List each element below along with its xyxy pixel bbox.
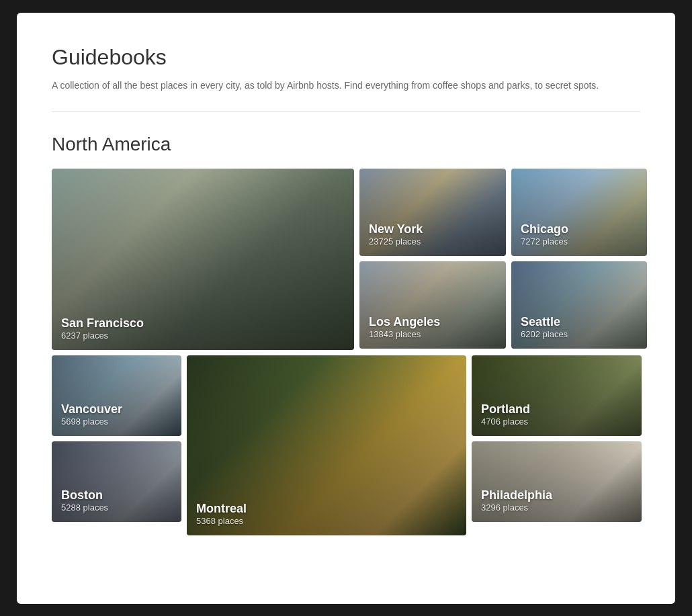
city-card-seattle[interactable]: Seattle 6202 places [511,261,647,349]
right-col-1: New York 23725 places Chicago 7272 place… [359,169,647,350]
city-name-vancouver: Vancouver [61,402,122,416]
city-card-portland[interactable]: Portland 4706 places [472,355,642,436]
city-places-montreal: 5368 places [196,516,247,526]
city-text-seattle: Seattle 6202 places [521,315,568,339]
section-divider [52,112,640,112]
city-card-boston[interactable]: Boston 5288 places [52,441,181,522]
city-name-san-francisco: San Francisco [61,316,144,331]
left-small-col: Vancouver 5698 places Boston 5288 places [52,355,181,535]
right-small-col: Portland 4706 places Philadelphia 3296 p… [472,355,642,535]
page-container: Guidebooks A collection of all the best … [17,13,675,604]
city-text-portland: Portland 4706 places [481,402,530,427]
city-text-new-york: New York 23725 places [369,222,423,247]
city-places-portland: 4706 places [481,416,530,427]
city-name-chicago: Chicago [521,222,568,236]
city-name-seattle: Seattle [521,315,568,329]
city-card-montreal[interactable]: Montreal 5368 places [187,355,466,535]
city-name-portland: Portland [481,402,530,416]
page-description: A collection of all the best places in e… [52,78,640,93]
grid-row-2: Vancouver 5698 places Boston 5288 places [52,355,640,535]
city-name-new-york: New York [369,222,423,236]
city-text-philadelphia: Philadelphia 3296 places [481,488,552,513]
city-card-philadelphia[interactable]: Philadelphia 3296 places [472,441,642,522]
city-name-los-angeles: Los Angeles [369,315,440,329]
city-text-vancouver: Vancouver 5698 places [61,402,122,427]
city-name-montreal: Montreal [196,502,247,516]
city-card-los-angeles[interactable]: Los Angeles 13843 places [359,261,506,349]
bottom-right-row: Los Angeles 13843 places Seattle 6202 pl… [359,261,647,349]
city-card-new-york[interactable]: New York 23725 places [359,169,506,256]
city-card-san-francisco[interactable]: San Francisco 6237 places [52,169,354,350]
city-text-montreal: Montreal 5368 places [196,502,247,526]
city-text-los-angeles: Los Angeles 13843 places [369,315,440,339]
city-places-new-york: 23725 places [369,236,423,247]
city-places-vancouver: 5698 places [61,416,122,427]
city-places-boston: 5288 places [61,502,108,513]
city-places-san-francisco: 6237 places [61,331,144,341]
grid-row-1: San Francisco 6237 places New York 23725… [52,169,640,350]
city-text-boston: Boston 5288 places [61,488,108,513]
top-right-row: New York 23725 places Chicago 7272 place… [359,169,647,256]
city-text-chicago: Chicago 7272 places [521,222,568,247]
city-name-boston: Boston [61,488,108,502]
cities-grid: San Francisco 6237 places New York 23725… [52,169,640,535]
city-places-chicago: 7272 places [521,236,568,247]
city-card-vancouver[interactable]: Vancouver 5698 places [52,355,181,436]
city-text-san-francisco: San Francisco 6237 places [61,316,144,341]
city-card-chicago[interactable]: Chicago 7272 places [511,169,647,256]
section-title-north-america: North America [52,134,640,155]
city-places-seattle: 6202 places [521,329,568,339]
city-name-philadelphia: Philadelphia [481,488,552,502]
city-places-philadelphia: 3296 places [481,502,552,513]
city-places-los-angeles: 13843 places [369,329,440,339]
page-title: Guidebooks [52,45,640,70]
